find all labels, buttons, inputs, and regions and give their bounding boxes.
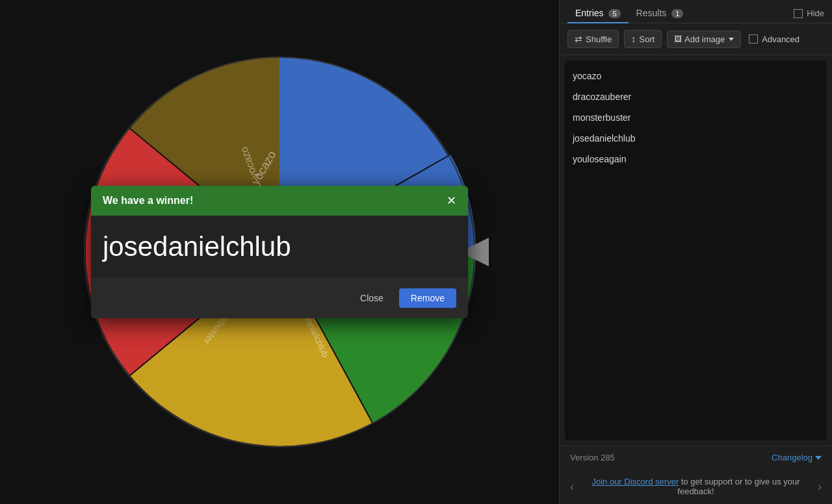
shuffle-button[interactable]: ⇄ Shuffle <box>567 30 619 48</box>
entry-item: youloseagain <box>573 149 819 170</box>
next-arrow-icon[interactable]: › <box>818 480 822 494</box>
remove-button[interactable]: Remove <box>399 288 456 308</box>
changelog-link[interactable]: Changelog <box>772 453 822 462</box>
entries-list: yocazo dracozauberer monsterbuster josed… <box>565 60 827 440</box>
sort-icon: ↕ <box>631 34 636 44</box>
toolbar: ⇄ Shuffle ↕ Sort 🖼 Add image Advanced <box>560 23 832 55</box>
advanced-checkbox-label[interactable]: Advanced <box>749 34 800 44</box>
entry-item: yocazo <box>573 66 819 86</box>
winner-modal: We have a winner! ✕ josedanielchlub Clos… <box>91 186 468 318</box>
image-icon: 🖼 <box>674 34 682 44</box>
modal-footer: Close Remove <box>91 278 468 318</box>
version-text: Version 285 <box>570 453 615 462</box>
tabs-bar: Entries 5 Results 1 Hide <box>560 0 832 23</box>
tab-results[interactable]: Results 1 <box>629 4 692 23</box>
modal-overlay: We have a winner! ✕ josedanielchlub Clos… <box>0 0 559 504</box>
add-image-button[interactable]: 🖼 Add image <box>667 31 741 48</box>
hide-button[interactable]: Hide <box>794 8 824 18</box>
modal-body: josedanielchlub <box>91 216 468 278</box>
tab-entries[interactable]: Entries 5 <box>567 4 629 23</box>
entry-item: monsterbuster <box>573 107 819 128</box>
dropdown-caret-icon <box>729 38 734 41</box>
discord-suffix: to get support or to give us your feedba… <box>677 477 800 496</box>
prev-arrow-icon[interactable]: ‹ <box>570 480 574 494</box>
results-badge: 1 <box>671 9 683 18</box>
right-panel: Entries 5 Results 1 Hide ⇄ Shuffle ↕ Sor… <box>559 0 832 504</box>
discord-footer: ‹ Join our Discord server to get support… <box>560 469 832 504</box>
entry-item: dracozauberer <box>573 86 819 107</box>
shuffle-icon: ⇄ <box>575 34 582 44</box>
entries-badge: 5 <box>608 9 620 18</box>
hide-checkbox[interactable] <box>794 9 803 18</box>
winner-name: josedanielchlub <box>103 231 456 262</box>
discord-link[interactable]: Join our Discord server <box>592 477 679 486</box>
wheel-area: yocazo yocazo youloseagain dracozaub... … <box>0 0 559 504</box>
chevron-down-icon <box>815 456 822 460</box>
advanced-checkbox[interactable] <box>749 34 758 44</box>
entry-item: josedanielchlub <box>573 128 819 149</box>
modal-header: We have a winner! ✕ <box>91 186 468 216</box>
modal-close-button[interactable]: ✕ <box>447 195 456 207</box>
close-button[interactable]: Close <box>351 288 393 308</box>
modal-title: We have a winner! <box>103 195 193 207</box>
version-footer: Version 285 Changelog <box>560 446 832 469</box>
sort-button[interactable]: ↕ Sort <box>624 30 662 48</box>
